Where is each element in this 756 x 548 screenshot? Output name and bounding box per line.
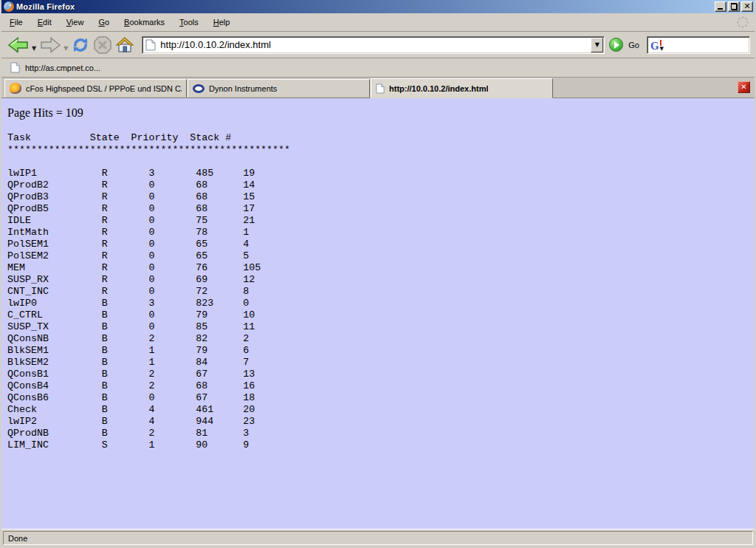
- firefox-app-icon: [4, 1, 14, 12]
- home-icon: [115, 36, 134, 54]
- back-button[interactable]: [6, 34, 31, 56]
- menu-tools[interactable]: Tools: [174, 16, 204, 29]
- cfos-icon: [10, 83, 21, 94]
- throbber-icon: [735, 15, 750, 30]
- google-search-icon[interactable]: G ▼: [650, 39, 664, 51]
- window-title: Mozilla Firefox: [16, 2, 715, 11]
- go-label: Go: [628, 41, 639, 49]
- status-bar: Done: [1, 529, 755, 547]
- address-bar[interactable]: http://10.0.10.2/index.html ▼: [142, 36, 605, 54]
- close-icon: ✕: [743, 3, 750, 10]
- browser-window: Mozilla Firefox ✕ File Edit View Go Book…: [0, 0, 756, 548]
- menu-view[interactable]: View: [61, 16, 89, 29]
- title-bar: Mozilla Firefox ✕: [1, 0, 755, 13]
- reload-button[interactable]: [69, 34, 92, 56]
- page-content: Page Hits = 109 Task State Priority Stac…: [1, 98, 755, 529]
- menu-bar: File Edit View Go Bookmarks Tools Help: [1, 13, 755, 32]
- restore-icon: [731, 4, 738, 10]
- tab-label: http://10.0.10.2/index.html: [389, 84, 488, 93]
- menu-go[interactable]: Go: [93, 16, 114, 29]
- reload-icon: [71, 36, 90, 54]
- menu-file[interactable]: File: [4, 16, 28, 29]
- address-input[interactable]: http://10.0.10.2/index.html: [160, 39, 591, 50]
- forward-icon: [39, 36, 61, 54]
- status-panel: Done: [3, 531, 753, 545]
- page-icon: [10, 62, 20, 73]
- stop-button[interactable]: [92, 34, 114, 56]
- tab-index-active[interactable]: http://10.0.10.2/index.html: [371, 78, 553, 98]
- tab-bar: cFos Highspeed DSL / PPPoE und ISDN CAP.…: [1, 78, 755, 98]
- bookmarks-toolbar: http://as.cmpnet.co...: [1, 58, 755, 78]
- tab-label: Dynon Instruments: [209, 84, 277, 93]
- close-button[interactable]: ✕: [741, 1, 753, 12]
- stop-icon: [93, 35, 112, 55]
- menu-bookmarks[interactable]: Bookmarks: [119, 16, 170, 29]
- tab-dynon[interactable]: Dynon Instruments: [188, 79, 370, 97]
- restore-button[interactable]: [728, 1, 740, 12]
- bookmark-label: http://as.cmpnet.co...: [25, 64, 100, 72]
- navigation-toolbar: ▼ ▼: [1, 32, 755, 58]
- dynon-icon: [193, 84, 205, 93]
- go-icon: [609, 38, 623, 52]
- back-history-dropdown[interactable]: ▼: [32, 45, 36, 52]
- menu-help[interactable]: Help: [208, 16, 236, 29]
- go-button[interactable]: Go: [609, 38, 639, 52]
- task-table: Task State Priority Stack # ************…: [7, 132, 755, 451]
- address-dropdown-button[interactable]: ▼: [591, 38, 603, 52]
- forward-history-dropdown[interactable]: ▼: [63, 45, 68, 52]
- tab-cfos[interactable]: cFos Highspeed DSL / PPPoE und ISDN CAP.…: [4, 79, 187, 97]
- status-text: Done: [8, 534, 27, 543]
- tab-label: cFos Highspeed DSL / PPPoE und ISDN CAP.…: [26, 84, 182, 93]
- close-tab-button[interactable]: ✕: [738, 81, 750, 93]
- page-icon: [376, 83, 385, 94]
- page-hits-text: Page Hits = 109: [7, 106, 755, 120]
- page-icon: [145, 39, 156, 51]
- bookmark-item[interactable]: http://as.cmpnet.co...: [6, 61, 105, 75]
- minimize-icon: [718, 8, 723, 10]
- home-button[interactable]: [114, 34, 136, 56]
- search-input[interactable]: G ▼: [647, 36, 750, 54]
- back-icon: [7, 36, 30, 54]
- menu-edit[interactable]: Edit: [32, 16, 57, 29]
- forward-button[interactable]: [38, 34, 63, 56]
- minimize-button[interactable]: [715, 1, 726, 12]
